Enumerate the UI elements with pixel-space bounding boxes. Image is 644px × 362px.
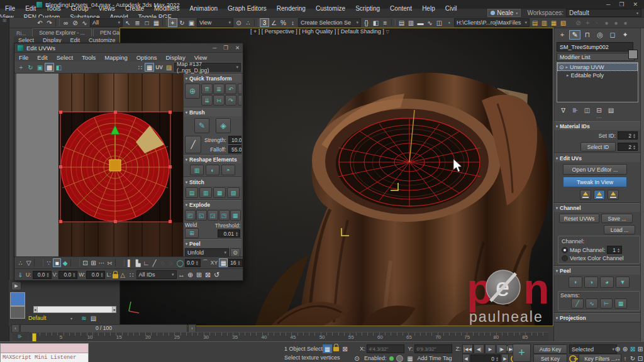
named-selection-set-field[interactable]: Create Selection Se▾ bbox=[298, 18, 361, 27]
flatten-smoothing-icon[interactable]: ◱ bbox=[196, 210, 207, 221]
bind-to-space-warp-icon[interactable]: ∿ bbox=[80, 18, 89, 27]
cmd-pelt-icon[interactable]: ▼ bbox=[616, 277, 630, 288]
uvw-menu-item[interactable]: Edit bbox=[33, 54, 52, 61]
curve-editor-icon[interactable]: ∿ bbox=[425, 18, 435, 27]
zoom-extents-icon[interactable]: ⊠ bbox=[629, 344, 636, 353]
import-folder-icon[interactable]: ▤ bbox=[530, 18, 540, 27]
relax-brush-icon[interactable]: ◈ bbox=[216, 118, 231, 133]
tab-utilities[interactable]: ✦ bbox=[619, 30, 631, 40]
qt-preset-45-icon[interactable]: 45 bbox=[238, 84, 242, 94]
edit-named-selections-icon[interactable]: {} bbox=[362, 18, 371, 27]
menu-item[interactable]: Group bbox=[66, 5, 94, 12]
selection-filter-dropdown[interactable]: All▾ bbox=[90, 18, 123, 27]
enabled-indicator[interactable] bbox=[389, 356, 394, 361]
selection-set-value[interactable]: Default bbox=[28, 315, 47, 321]
menu-item[interactable]: Create bbox=[120, 5, 149, 12]
rectangular-selection-icon[interactable]: □ bbox=[142, 18, 152, 27]
previous-frame-icon[interactable]: ◀| bbox=[474, 344, 484, 354]
select-element-icon[interactable]: ⊡ bbox=[81, 258, 89, 267]
uvw-menu-item[interactable]: View bbox=[190, 54, 211, 61]
mini-trackview-icon[interactable]: ⊪ bbox=[13, 332, 28, 341]
asset-tracking-icon[interactable]: ▧ bbox=[558, 18, 568, 27]
strength-field[interactable]: 10.0▲▼ bbox=[228, 136, 242, 144]
stack-item-unwrap-uvw[interactable]: ⊙ ▸ Unwrap UVW bbox=[557, 63, 638, 71]
menu-item[interactable]: Customize bbox=[311, 5, 350, 12]
align-horizontal-icon[interactable]: ▌ bbox=[126, 258, 134, 267]
redo-icon[interactable]: ↷ bbox=[45, 18, 54, 27]
cmd-reset-peel-icon[interactable]: ◕ bbox=[600, 277, 614, 288]
selection-set-arrow[interactable]: ▾ bbox=[70, 316, 72, 321]
qt-preset-90-icon[interactable]: 90 bbox=[238, 95, 242, 106]
spinner-snap-icon[interactable]: ↕ bbox=[288, 18, 297, 27]
flatten-custom-icon[interactable]: ◳ bbox=[219, 210, 230, 221]
current-frame-field[interactable]: 0▲▼ bbox=[470, 354, 501, 362]
separator[interactable] bbox=[254, 19, 258, 26]
separator[interactable] bbox=[70, 259, 80, 266]
menu-item[interactable]: Scripting bbox=[350, 5, 385, 12]
rollup-tab[interactable]: Ri... bbox=[11, 30, 31, 36]
track-bar[interactable]: 510152025303540455055606570758085 bbox=[29, 332, 548, 342]
qt-grid-snap-icon[interactable]: ⊕ bbox=[185, 84, 200, 99]
flatten-by-angle-icon[interactable]: ◰ bbox=[185, 210, 196, 221]
material-editor-icon[interactable]: ◔ bbox=[444, 18, 453, 27]
selection-set-dropdown[interactable]: Selected▾ bbox=[569, 344, 617, 354]
menu-item[interactable]: File bbox=[0, 5, 20, 12]
uvw-menu-item[interactable]: Display bbox=[161, 54, 189, 61]
qt-rotate-ccw-icon[interactable]: ↶ bbox=[225, 84, 236, 94]
weld-selected-icon[interactable]: ⊞ bbox=[185, 228, 199, 238]
schematic-view-icon[interactable]: ◫ bbox=[435, 18, 444, 27]
uvw-menu-item[interactable]: Options bbox=[132, 54, 162, 61]
time-tag-icon[interactable]: ▦ bbox=[406, 354, 415, 362]
cmd-quick-peel-icon[interactable]: ◖ bbox=[569, 277, 582, 288]
load-button[interactable]: Load ... bbox=[604, 225, 635, 234]
maximize-button[interactable]: ❐ bbox=[619, 1, 624, 8]
horizontal-scrollbar[interactable]: ◂▸ bbox=[33, 306, 116, 313]
absolute-offset-icon[interactable]: ⇓ bbox=[16, 270, 25, 279]
uv-canvas[interactable] bbox=[16, 74, 183, 256]
uvw-menu-item[interactable]: Mapping bbox=[100, 54, 131, 61]
uvw-menu-item[interactable]: Tools bbox=[77, 54, 100, 61]
workspace-selector[interactable]: Default▾ bbox=[566, 9, 641, 17]
uvw-minimize-button[interactable]: ─ bbox=[213, 45, 216, 51]
loop-selection-icon[interactable]: ⋯ bbox=[97, 258, 106, 267]
percent-snap-icon[interactable]: % bbox=[279, 18, 288, 27]
play-icon[interactable]: ▶ bbox=[485, 344, 496, 354]
add-time-tag[interactable]: Add Time Tag bbox=[418, 355, 452, 361]
open-uv-editor-button[interactable]: Open UV Editor ... bbox=[563, 164, 627, 175]
separator[interactable] bbox=[34, 259, 43, 266]
expand-arrow-icon[interactable]: ▸ bbox=[566, 65, 569, 70]
face-to-seams-icon[interactable]: ▦ bbox=[614, 299, 627, 309]
peel-mode-dropdown[interactable]: Unfold▾ bbox=[185, 248, 229, 256]
edit-seams-icon[interactable]: ╱ bbox=[571, 299, 584, 309]
menu-item[interactable]: Graph Editors bbox=[223, 5, 272, 12]
render-dot-icon[interactable]: · bbox=[592, 18, 602, 27]
gizmo-add-icon[interactable] bbox=[580, 190, 591, 200]
select-by-name-icon[interactable]: ≣ bbox=[133, 18, 142, 27]
align-icon[interactable]: ≡ bbox=[380, 18, 390, 27]
rotate-angle-icon[interactable]: ◯ bbox=[176, 258, 184, 267]
select-id-field[interactable]: 2▲▼ bbox=[618, 143, 638, 151]
element-mode-icon[interactable]: ◆ bbox=[61, 258, 69, 267]
select-id-button[interactable]: Select ID bbox=[580, 142, 616, 151]
render-iterative-icon[interactable]: ● bbox=[611, 18, 621, 27]
ribbon-icon[interactable]: ▬ bbox=[416, 18, 425, 27]
paint-move-brush-icon[interactable]: ✎ bbox=[194, 118, 209, 133]
edge-to-seams-icon[interactable]: ⊢ bbox=[600, 299, 613, 309]
angle-snap-icon[interactable]: ∠ bbox=[269, 18, 279, 27]
w-field[interactable]: 0.0▲▼ bbox=[86, 271, 105, 279]
frame-forward-button[interactable]: ▶ bbox=[501, 354, 509, 362]
xy-axis-label[interactable]: XY bbox=[211, 260, 218, 266]
separator[interactable] bbox=[115, 259, 125, 266]
offset-mode-icon[interactable]: ⊠ bbox=[340, 344, 350, 353]
render-production-icon[interactable]: ● bbox=[602, 18, 611, 27]
walk-through-icon[interactable]: ↑ bbox=[621, 354, 629, 362]
uvw-menu-item[interactable]: Select bbox=[52, 54, 77, 61]
project-folder-dropdown[interactable]: H:\Clients\P...roj\MaxFiles▾ bbox=[454, 18, 530, 27]
tab-hierarchy[interactable]: ⊓ bbox=[582, 30, 593, 40]
use-pivot-center-icon[interactable]: ⊙ bbox=[234, 18, 243, 27]
zoom-icon[interactable]: ⊕ bbox=[614, 344, 621, 353]
set-key-icon[interactable] bbox=[569, 355, 577, 362]
align-vertical-icon[interactable]: ▙ bbox=[134, 258, 142, 267]
qt-rotate-cw-icon[interactable]: ↷ bbox=[225, 95, 236, 106]
previous-key-button[interactable]: ‹ bbox=[11, 324, 19, 332]
